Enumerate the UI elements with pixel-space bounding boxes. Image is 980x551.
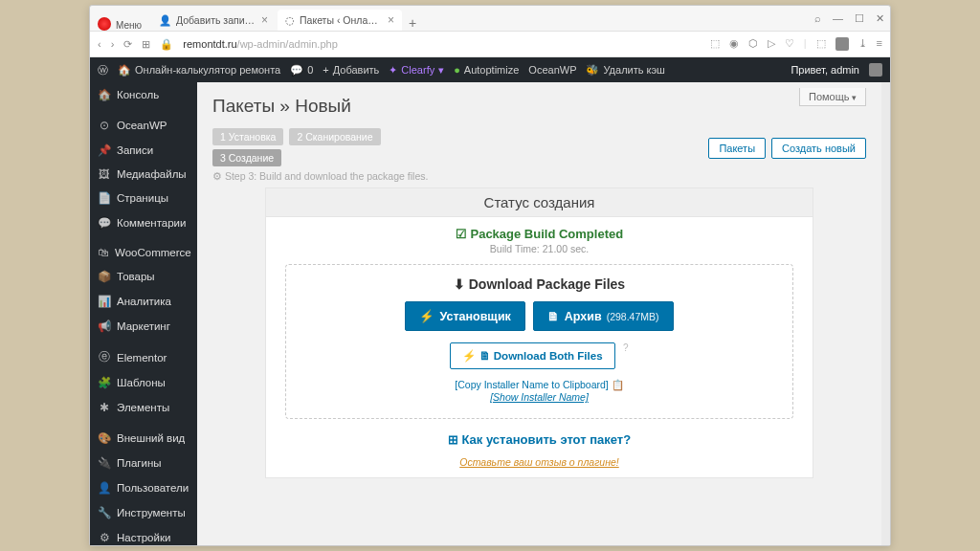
menu-appearance[interactable]: 🎨Внешний вид [90,426,197,451]
forward-icon[interactable]: › [111,38,115,51]
greeting[interactable]: Привет, admin [791,64,859,76]
browser-tab[interactable]: 👤 Добавить запись ‹ Админ… × [151,10,276,31]
more-icon[interactable]: ≡ [877,37,882,51]
menu-analytics[interactable]: 📊Аналитика [90,289,197,314]
user-icon: 👤 [159,14,171,27]
ext-icon[interactable]: ⬚ [816,37,826,51]
comments-count[interactable]: 💬0 [290,64,313,77]
menu-templates[interactable]: 🧩Шаблоны [90,370,197,395]
oceanwp-menu[interactable]: OceanWP [528,64,576,76]
step-2[interactable]: 2 Сканирование [289,128,380,145]
opera-menu[interactable]: Меню [116,20,142,31]
archive-size: (298.47MB) [607,311,659,322]
url-field[interactable]: remontdt.ru/wp-admin/admin.php [183,38,700,50]
ext-icon[interactable]: ⬚ [710,37,720,51]
tab-title: Пакеты ‹ Онлайн-кальку… [300,14,383,26]
lock-icon[interactable]: 🔒 [160,38,173,51]
menu-users[interactable]: 👤Пользователи [90,475,197,500]
autoptimize-menu[interactable]: ●Autoptimize [454,64,519,76]
wp-adminbar: ⓦ 🏠Онлайн-калькулятор ремонта 💬0 +Добави… [90,57,890,82]
admin-sidebar: 🏠Консоль ⊙OceanWP 📌Записи 🖼Медиафайлы 📄С… [90,82,197,545]
wp-logo-icon[interactable]: ⓦ [98,63,108,77]
step-3[interactable]: 3 Создание [212,149,281,166]
menu-marketing[interactable]: 📢Маркетинг [90,314,197,339]
menu-console[interactable]: 🏠Консоль [90,82,197,107]
status-panel: Статус создания Package Build Completed … [265,187,813,478]
download-title: Download Package Files [296,276,783,292]
panel-header: Статус создания [266,188,813,217]
user-avatar-icon[interactable] [869,63,882,77]
packages-button[interactable]: Пакеты [708,138,766,159]
build-time: Build Time: 21.00 sec. [281,243,797,254]
opera-logo-icon [98,17,111,31]
menu-settings[interactable]: ⚙Настройки [90,525,197,545]
step-1[interactable]: 1 Установка [212,128,283,145]
menu-oceanwp[interactable]: ⊙OceanWP [90,113,197,138]
menu-media[interactable]: 🖼Медиафайлы [90,163,197,186]
main-content: Помощь Пакеты » Новый 1 Установка 2 Скан… [197,82,881,545]
ext-icon[interactable]: ▷ [768,37,775,51]
help-tab[interactable]: Помощь [799,88,866,106]
spinner-icon: ◌ [285,14,295,26]
file-icon: 🗎 [547,310,560,323]
apps-icon[interactable]: ⊞ [142,38,150,51]
ext-icon[interactable]: ♡ [785,37,794,51]
menu-products[interactable]: 📦Товары [90,264,197,289]
add-new[interactable]: +Добавить [323,64,379,76]
tab-title: Добавить запись ‹ Админ… [176,14,256,26]
search-icon[interactable]: ⌕ [814,12,821,25]
reload-icon[interactable]: ⟳ [123,38,132,51]
installer-button[interactable]: ⚡ Установщик [405,301,524,331]
browser-tab[interactable]: ◌ Пакеты ‹ Онлайн-кальку… × [278,10,402,31]
menu-posts[interactable]: 📌Записи [90,138,197,163]
step-note: ⚙ Step 3: Build and download the package… [212,170,866,182]
bolt-icon: ⚡ [419,309,434,323]
page-title: Пакеты » Новый [212,96,866,117]
menu-plugins[interactable]: 🔌Плагины [90,451,197,475]
address-bar: ‹ › ⟳ ⊞ 🔒 remontdt.ru/wp-admin/admin.php… [90,31,890,57]
help-icon[interactable]: ? [623,342,629,353]
close-tab-icon[interactable]: × [388,13,394,27]
create-new-button[interactable]: Создать новый [771,138,866,159]
menu-elementor[interactable]: ⓔElementor [90,344,197,370]
back-icon[interactable]: ‹ [98,38,101,51]
menu-tools[interactable]: 🔧Инструменты [90,500,197,525]
copy-installer-link[interactable]: [Copy Installer Name to Clipboard] 📋 [296,379,783,391]
clearfy-menu[interactable]: ✦Clearfy▾ [389,64,444,77]
menu-pages[interactable]: 📄Страницы [90,186,197,210]
howto-link[interactable]: Как установить этот пакет? [281,432,797,447]
scrollbar[interactable] [881,82,890,545]
menu-comments[interactable]: 💬Комментарии [90,210,197,235]
ext-icon[interactable]: ◉ [729,37,739,51]
download-box: Download Package Files ⚡ Установщик 🗎 Ар… [285,264,793,419]
browser-title-bar: Меню 👤 Добавить запись ‹ Админ… × ◌ Паке… [90,6,890,31]
site-name[interactable]: 🏠Онлайн-калькулятор ремонта [118,64,280,77]
archive-button[interactable]: 🗎 Архив (298.47MB) [533,301,674,331]
download-icon[interactable]: ⤓ [858,37,867,51]
maximize-icon[interactable]: ☐ [855,12,864,25]
menu-elements[interactable]: ✱Элементы [90,395,197,420]
download-both-button[interactable]: ⚡ 🗎 Download Both Files [450,342,614,369]
clear-cache[interactable]: 🐝Удалить кэш [586,64,664,77]
build-completed: Package Build Completed [281,227,797,241]
menu-woocommerce[interactable]: 🛍WooCommerce [90,241,197,264]
show-installer-link[interactable]: [Show Installer Name] [296,391,783,403]
ext-icon[interactable]: ⬡ [748,37,758,51]
review-link[interactable]: Оставьте ваш отзыв о плагине! [281,456,797,468]
minimize-icon[interactable]: — [833,12,843,25]
new-tab-button[interactable]: + [404,15,421,31]
close-tab-icon[interactable]: × [261,13,268,27]
profile-avatar[interactable] [835,37,849,51]
close-window-icon[interactable]: ✕ [876,12,884,25]
